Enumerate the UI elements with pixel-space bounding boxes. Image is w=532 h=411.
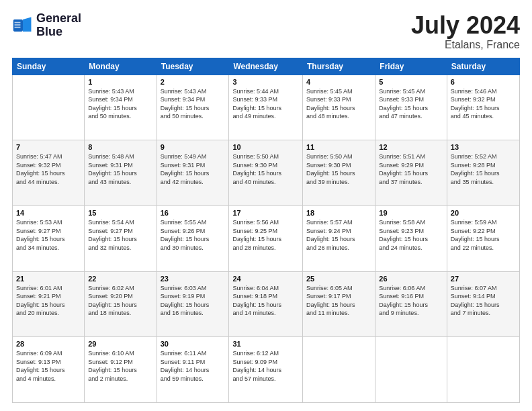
day-cell xyxy=(303,337,375,403)
weekday-header-wednesday: Wednesday xyxy=(229,58,303,75)
location-title: Etalans, France xyxy=(411,39,520,51)
day-number: 13 xyxy=(451,143,516,151)
day-cell: 2Sunrise: 5:43 AM Sunset: 9:34 PM Daylig… xyxy=(157,75,229,140)
svg-rect-2 xyxy=(15,21,21,23)
day-cell: 1Sunrise: 5:43 AM Sunset: 9:34 PM Daylig… xyxy=(85,75,157,140)
day-cell: 21Sunrise: 6:01 AM Sunset: 9:21 PM Dayli… xyxy=(13,271,85,337)
month-title: July 2024 xyxy=(411,12,520,39)
week-row-5: 28Sunrise: 6:09 AM Sunset: 9:13 PM Dayli… xyxy=(13,337,520,403)
day-info: Sunrise: 6:07 AM Sunset: 9:14 PM Dayligh… xyxy=(451,284,516,318)
day-cell: 20Sunrise: 5:59 AM Sunset: 9:22 PM Dayli… xyxy=(447,205,519,271)
day-info: Sunrise: 5:49 AM Sunset: 9:31 PM Dayligh… xyxy=(161,152,226,186)
day-cell: 26Sunrise: 6:06 AM Sunset: 9:16 PM Dayli… xyxy=(375,271,447,337)
logo-line2: Blue xyxy=(36,26,81,39)
weekday-header-row: SundayMondayTuesdayWednesdayThursdayFrid… xyxy=(13,58,520,75)
day-cell: 25Sunrise: 6:05 AM Sunset: 9:17 PM Dayli… xyxy=(303,271,375,337)
week-row-3: 14Sunrise: 5:53 AM Sunset: 9:27 PM Dayli… xyxy=(13,205,520,271)
week-row-2: 7Sunrise: 5:47 AM Sunset: 9:32 PM Daylig… xyxy=(13,140,520,206)
day-number: 14 xyxy=(16,209,81,217)
day-info: Sunrise: 5:55 AM Sunset: 9:26 PM Dayligh… xyxy=(161,218,226,252)
day-info: Sunrise: 5:59 AM Sunset: 9:22 PM Dayligh… xyxy=(451,218,516,252)
day-number: 20 xyxy=(451,209,516,217)
day-number: 19 xyxy=(379,209,443,217)
day-cell xyxy=(447,337,519,403)
day-number: 2 xyxy=(161,78,226,86)
day-info: Sunrise: 5:50 AM Sunset: 9:30 PM Dayligh… xyxy=(306,152,371,186)
day-number: 18 xyxy=(306,209,371,217)
svg-rect-3 xyxy=(15,24,21,26)
logo-text: General Blue xyxy=(36,12,81,39)
day-number: 16 xyxy=(161,209,226,217)
day-info: Sunrise: 6:09 AM Sunset: 9:13 PM Dayligh… xyxy=(16,349,81,383)
day-cell: 27Sunrise: 6:07 AM Sunset: 9:14 PM Dayli… xyxy=(447,271,519,337)
day-number: 22 xyxy=(88,275,152,283)
day-number: 10 xyxy=(232,143,299,151)
day-number: 29 xyxy=(88,340,152,348)
day-info: Sunrise: 5:50 AM Sunset: 9:30 PM Dayligh… xyxy=(232,152,299,186)
day-cell: 28Sunrise: 6:09 AM Sunset: 9:13 PM Dayli… xyxy=(13,337,85,403)
day-cell xyxy=(13,75,85,140)
day-info: Sunrise: 6:06 AM Sunset: 9:16 PM Dayligh… xyxy=(379,284,443,318)
day-info: Sunrise: 5:48 AM Sunset: 9:31 PM Dayligh… xyxy=(88,152,152,186)
day-cell: 9Sunrise: 5:49 AM Sunset: 9:31 PM Daylig… xyxy=(157,140,229,206)
day-cell: 29Sunrise: 6:10 AM Sunset: 9:12 PM Dayli… xyxy=(85,337,157,403)
day-cell: 12Sunrise: 5:51 AM Sunset: 9:29 PM Dayli… xyxy=(375,140,447,206)
day-cell: 19Sunrise: 5:58 AM Sunset: 9:23 PM Dayli… xyxy=(375,205,447,271)
day-cell: 8Sunrise: 5:48 AM Sunset: 9:31 PM Daylig… xyxy=(85,140,157,206)
day-cell: 15Sunrise: 5:54 AM Sunset: 9:27 PM Dayli… xyxy=(85,205,157,271)
day-info: Sunrise: 5:43 AM Sunset: 9:34 PM Dayligh… xyxy=(88,87,152,121)
day-number: 21 xyxy=(16,275,81,283)
weekday-header-sunday: Sunday xyxy=(13,58,85,75)
day-number: 15 xyxy=(88,209,152,217)
day-info: Sunrise: 5:45 AM Sunset: 9:33 PM Dayligh… xyxy=(306,87,371,121)
day-info: Sunrise: 5:57 AM Sunset: 9:24 PM Dayligh… xyxy=(306,218,371,252)
title-block: July 2024 Etalans, France xyxy=(411,12,520,51)
day-info: Sunrise: 5:51 AM Sunset: 9:29 PM Dayligh… xyxy=(379,152,443,186)
day-number: 3 xyxy=(232,78,299,86)
svg-rect-4 xyxy=(15,27,21,28)
day-info: Sunrise: 5:52 AM Sunset: 9:28 PM Dayligh… xyxy=(451,152,516,186)
day-info: Sunrise: 6:03 AM Sunset: 9:19 PM Dayligh… xyxy=(161,284,226,318)
day-number: 30 xyxy=(161,340,226,348)
day-info: Sunrise: 5:43 AM Sunset: 9:34 PM Dayligh… xyxy=(161,87,226,121)
day-info: Sunrise: 5:44 AM Sunset: 9:33 PM Dayligh… xyxy=(232,87,299,121)
weekday-header-saturday: Saturday xyxy=(447,58,519,75)
day-info: Sunrise: 6:10 AM Sunset: 9:12 PM Dayligh… xyxy=(88,349,152,383)
day-number: 8 xyxy=(88,143,152,151)
week-row-4: 21Sunrise: 6:01 AM Sunset: 9:21 PM Dayli… xyxy=(13,271,520,337)
day-info: Sunrise: 6:11 AM Sunset: 9:11 PM Dayligh… xyxy=(161,349,226,383)
day-number: 6 xyxy=(451,78,516,86)
day-cell: 14Sunrise: 5:53 AM Sunset: 9:27 PM Dayli… xyxy=(13,205,85,271)
day-number: 11 xyxy=(306,143,371,151)
page-header: General Blue July 2024 Etalans, France xyxy=(12,12,520,51)
day-cell xyxy=(375,337,447,403)
day-info: Sunrise: 5:45 AM Sunset: 9:33 PM Dayligh… xyxy=(379,87,443,121)
day-number: 28 xyxy=(16,340,81,348)
day-number: 9 xyxy=(161,143,226,151)
day-cell: 30Sunrise: 6:11 AM Sunset: 9:11 PM Dayli… xyxy=(157,337,229,403)
weekday-header-thursday: Thursday xyxy=(303,58,375,75)
day-number: 17 xyxy=(232,209,299,217)
day-info: Sunrise: 6:05 AM Sunset: 9:17 PM Dayligh… xyxy=(306,284,371,318)
day-info: Sunrise: 6:12 AM Sunset: 9:09 PM Dayligh… xyxy=(232,349,299,383)
day-number: 5 xyxy=(379,78,443,86)
day-info: Sunrise: 5:46 AM Sunset: 9:32 PM Dayligh… xyxy=(451,87,516,121)
day-number: 25 xyxy=(306,275,371,283)
day-info: Sunrise: 6:01 AM Sunset: 9:21 PM Dayligh… xyxy=(16,284,81,318)
day-cell: 6Sunrise: 5:46 AM Sunset: 9:32 PM Daylig… xyxy=(447,75,519,140)
day-cell: 22Sunrise: 6:02 AM Sunset: 9:20 PM Dayli… xyxy=(85,271,157,337)
svg-marker-1 xyxy=(23,17,31,31)
day-number: 26 xyxy=(379,275,443,283)
day-number: 31 xyxy=(232,340,299,348)
day-cell: 24Sunrise: 6:04 AM Sunset: 9:18 PM Dayli… xyxy=(229,271,303,337)
day-info: Sunrise: 6:04 AM Sunset: 9:18 PM Dayligh… xyxy=(232,284,299,318)
day-cell: 31Sunrise: 6:12 AM Sunset: 9:09 PM Dayli… xyxy=(229,337,303,403)
day-number: 7 xyxy=(16,143,81,151)
day-cell: 4Sunrise: 5:45 AM Sunset: 9:33 PM Daylig… xyxy=(303,75,375,140)
day-cell: 18Sunrise: 5:57 AM Sunset: 9:24 PM Dayli… xyxy=(303,205,375,271)
calendar-table: SundayMondayTuesdayWednesdayThursdayFrid… xyxy=(12,58,520,403)
day-info: Sunrise: 6:02 AM Sunset: 9:20 PM Dayligh… xyxy=(88,284,152,318)
day-info: Sunrise: 5:56 AM Sunset: 9:25 PM Dayligh… xyxy=(232,218,299,252)
day-cell: 16Sunrise: 5:55 AM Sunset: 9:26 PM Dayli… xyxy=(157,205,229,271)
day-cell: 11Sunrise: 5:50 AM Sunset: 9:30 PM Dayli… xyxy=(303,140,375,206)
